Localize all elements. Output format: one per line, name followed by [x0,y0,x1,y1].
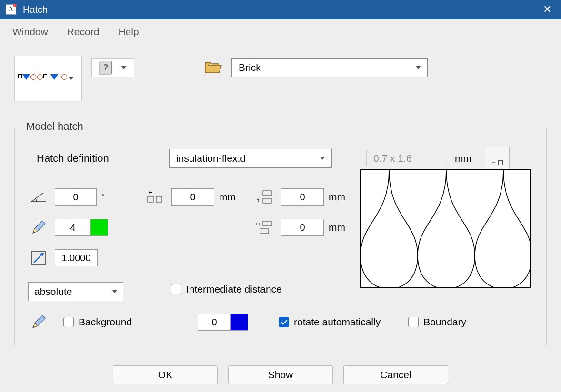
chevron-down-icon [112,290,117,293]
dialog-content: ? Brick Model hatch Hatch definition ins… [0,45,561,392]
rotate-automatically-label: rotate automatically [294,316,381,328]
symbol-palette-icons [18,60,68,97]
svg-text:↦: ↦ [256,221,260,226]
angle-input[interactable] [55,188,97,206]
svg-rect-6 [263,198,271,203]
svg-text:↦: ↦ [149,190,152,195]
horizontal-offset-input[interactable] [281,219,324,236]
close-icon[interactable]: ✕ [539,3,555,16]
svg-text:↥: ↥ [256,198,260,203]
svg-rect-2 [148,196,153,202]
menubar: Window Record Help [0,19,561,45]
angle-icon [28,191,49,203]
help-dropdown-button[interactable]: ? [91,58,134,77]
svg-rect-9 [260,229,269,234]
svg-rect-8 [263,221,271,226]
scale-mode-value: absolute [34,286,112,297]
intermediate-distance-label: Intermediate distance [186,284,282,295]
material-category-value: Brick [239,62,416,73]
unit-mm: mm [219,191,236,203]
size-mode-button[interactable]: ↔ [485,147,510,170]
horizontal-spacing-input[interactable] [171,188,214,206]
hatch-definition-combo[interactable]: insulation-flex.d [169,149,332,168]
rotate-automatically-checkbox[interactable] [279,317,289,327]
scale-input[interactable] [55,249,98,266]
hatch-preview [360,169,531,288]
svg-rect-3 [156,196,162,202]
chevron-down-icon [320,157,325,160]
cancel-button[interactable]: Cancel [343,365,448,384]
open-folder-button[interactable] [205,61,222,76]
background-color-swatch[interactable] [231,314,248,331]
boundary-checkbox[interactable] [408,317,419,327]
intermediate-distance-checkbox[interactable] [171,284,181,294]
hatch-definition-label: Hatch definition [37,152,169,165]
boundary-label: Boundary [423,316,466,328]
hatch-definition-value: insulation-flex.d [176,153,320,164]
angle-unit: ° [101,192,105,202]
pencil-icon [28,220,49,235]
pencil-icon [28,314,49,330]
menu-record[interactable]: Record [67,26,100,38]
window-title: Hatch [23,4,539,15]
menu-window[interactable]: Window [12,26,48,38]
vertical-offset-icon: ↥ [254,190,275,204]
scale-mode-combo[interactable]: absolute [28,282,123,301]
pen-color-swatch[interactable] [91,219,108,236]
dimensions-display: 0.7 x 1.6 [366,150,447,167]
group-legend: Model hatch [23,120,86,133]
chevron-down-icon [416,66,421,69]
background-label: Background [79,316,132,328]
footer-buttons: OK Show Cancel [0,365,561,384]
pen-number-input[interactable] [55,219,91,236]
question-mark-icon: ? [100,61,112,74]
background-checkbox[interactable] [63,317,74,327]
chevron-down-icon [69,77,73,80]
titlebar: A Hatch ✕ [0,0,561,19]
model-hatch-group: Model hatch Hatch definition insulation-… [14,120,547,346]
ok-button[interactable]: OK [113,365,218,384]
chevron-down-icon [121,66,126,69]
app-icon: A [6,4,16,15]
unit-mm: mm [329,191,345,203]
symbol-palette-dropdown[interactable] [14,56,82,101]
show-button[interactable]: Show [228,365,333,384]
background-pen-input[interactable] [198,314,231,331]
svg-rect-5 [263,191,271,196]
toolbar-row: ? Brick [14,56,547,108]
material-category-combo[interactable]: Brick [231,58,428,77]
dimensions-unit: mm [455,153,471,164]
horizontal-spacing-icon: ↦ [145,190,166,204]
horizontal-offset-icon: ↦ [254,220,275,235]
menu-help[interactable]: Help [118,26,139,38]
scale-icon [28,251,49,265]
vertical-offset-input[interactable] [281,188,324,206]
unit-mm: mm [329,222,345,233]
